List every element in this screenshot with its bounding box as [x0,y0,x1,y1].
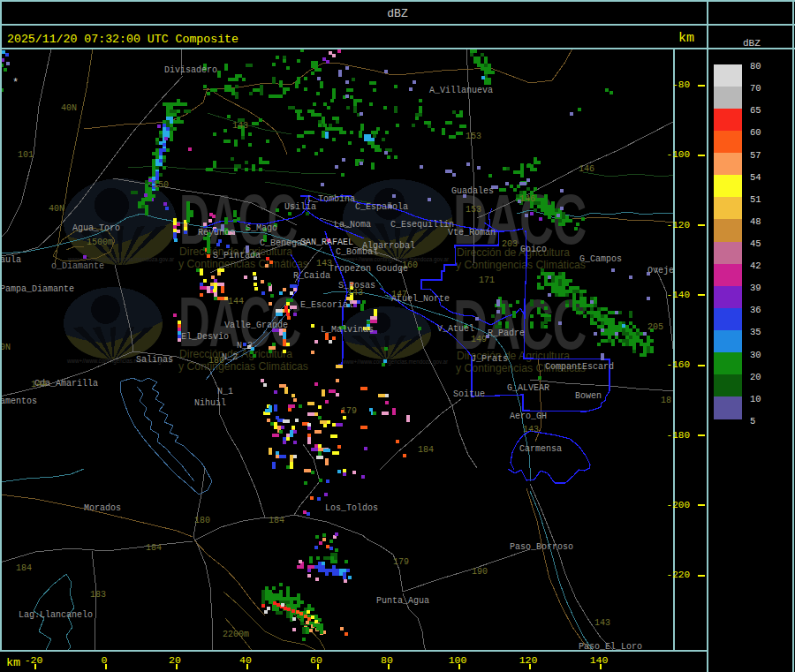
svg-text:60: 60 [750,127,761,138]
svg-text:N_1: N_1 [217,387,233,396]
svg-text:2025/11/20 07:32:00 UTC Compos: 2025/11/20 07:32:00 UTC Composite [7,33,238,46]
svg-text:160: 160 [402,260,418,270]
svg-text:S_Pintada: S_Pintada [213,251,261,260]
svg-text:Goico: Goico [520,245,547,254]
svg-text:144: 144 [31,380,47,389]
svg-text:La_Noma: La_Noma [334,220,371,230]
svg-text:Vte_Roman: Vte_Roman [448,228,496,238]
svg-text:Oveje: Oveje [647,266,674,276]
svg-text:Nihuil: Nihuil [194,398,226,408]
svg-text:E_Escorial: E_Escorial [300,300,353,310]
svg-text:190: 190 [472,567,488,577]
svg-text:Pampa_Diamante: Pampa_Diamante [0,284,74,294]
svg-text:Reyunos: Reyunos [198,228,235,238]
svg-text:143: 143 [232,121,248,131]
svg-text:-180: -180 [667,430,690,441]
svg-text:143: 143 [316,259,332,268]
svg-text:39: 39 [750,283,761,293]
svg-text:184: 184 [16,563,32,573]
svg-text:*: * [12,77,19,89]
svg-text:65: 65 [750,105,761,116]
svg-text:149: 149 [471,335,487,344]
svg-text:184: 184 [418,445,434,455]
svg-text:km: km [6,656,20,669]
svg-text:2200m: 2200m [223,630,249,639]
svg-text:101: 101 [18,150,34,160]
svg-text:146: 146 [519,194,535,204]
svg-text:54: 54 [750,172,761,183]
svg-text:40N: 40N [49,204,64,214]
svg-text:0: 0 [102,654,108,666]
svg-text:Morados: Morados [84,503,121,513]
svg-text:80: 80 [381,654,393,666]
svg-text:Tropezon Goudge: Tropezon Goudge [329,264,408,274]
svg-text:Los_Toldos: Los_Toldos [325,503,378,513]
svg-text:-120: -120 [667,220,690,230]
svg-text:N_3: N_3 [237,341,253,351]
svg-text:144: 144 [228,297,244,306]
svg-text:C_Bombal: C_Bombal [336,247,378,257]
svg-text:o_Diamante: o_Diamante [51,261,104,271]
svg-text:18: 18 [661,396,671,405]
svg-text:Bowen: Bowen [575,391,602,401]
svg-text:Guadales: Guadales [451,186,494,196]
svg-text:10: 10 [750,394,761,404]
svg-text:35: 35 [750,327,761,337]
svg-text:42: 42 [750,260,761,271]
svg-text:60: 60 [310,654,322,666]
svg-text:20: 20 [750,372,761,382]
svg-text:20: 20 [169,654,181,666]
svg-text:143: 143 [594,618,610,628]
svg-text:183: 183 [90,590,106,600]
svg-text:171: 171 [479,276,495,285]
svg-text:-200: -200 [667,500,690,510]
svg-text:70: 70 [750,83,761,94]
svg-text:SAN_RAFAEL: SAN_RAFAEL [300,238,353,247]
svg-text:aula: aula [0,255,21,265]
svg-text:Divisadero: Divisadero [164,65,217,75]
svg-text:51: 51 [750,194,761,205]
svg-text:Aero_GH: Aero_GH [510,412,547,421]
svg-text:y Contingencias Climáticas: y Contingencias Climáticas [178,359,308,373]
svg-text:5: 5 [750,416,755,427]
svg-text:y Contingencias Climáticas: y Contingencias Climáticas [456,258,586,271]
svg-text:dBZ: dBZ [743,38,761,49]
svg-text:203: 203 [502,239,518,249]
svg-text:180: 180 [194,516,210,525]
svg-text:CompantEscard: CompantEscard [545,362,614,372]
svg-text:-100: -100 [667,149,690,160]
svg-text:Punta_Agua: Punta_Agua [376,596,429,606]
svg-text:179: 179 [341,406,357,416]
svg-text:40N: 40N [61,103,77,113]
svg-text:40: 40 [239,654,252,666]
svg-text:V_Atuel: V_Atuel [437,324,474,334]
svg-text:A_Villanueva: A_Villanueva [429,86,493,95]
svg-text:R_Padre: R_Padre [488,328,525,338]
svg-text:179: 179 [393,557,409,567]
svg-text:G_Campos: G_Campos [579,254,622,264]
svg-text:184: 184 [269,516,284,525]
svg-text:amentos: amentos [0,396,37,406]
svg-text:150: 150 [153,180,169,190]
svg-text:Usilia: Usilia [284,202,316,212]
svg-text:C_Española: C_Española [355,202,408,212]
svg-text:R_Caida: R_Caida [293,271,330,281]
svg-text:184: 184 [146,543,162,553]
svg-text:30: 30 [750,350,761,360]
svg-text:140: 140 [590,654,609,666]
svg-text:143: 143 [523,425,539,434]
svg-text:L_Malvinas: L_Malvinas [321,325,374,335]
svg-text:153: 153 [466,132,481,141]
svg-text:-160: -160 [667,359,690,370]
svg-text:120: 120 [519,654,538,666]
svg-text:El_Desvio: El_Desvio [181,332,229,342]
svg-text:-80: -80 [672,79,690,90]
svg-text:80: 80 [750,61,761,72]
svg-text:1500m: 1500m [87,238,113,247]
svg-text:57: 57 [750,150,761,161]
svg-text:Paso_Borroso: Paso_Borroso [510,542,573,552]
svg-text:www+//www.contingencias.mendoz: www+//www.contingencias.mendoza.gov.ar [341,359,449,366]
svg-text:36: 36 [750,305,761,315]
svg-text:Carmensa: Carmensa [519,444,562,454]
svg-text:Lag.Llancanelo: Lag.Llancanelo [19,610,93,620]
